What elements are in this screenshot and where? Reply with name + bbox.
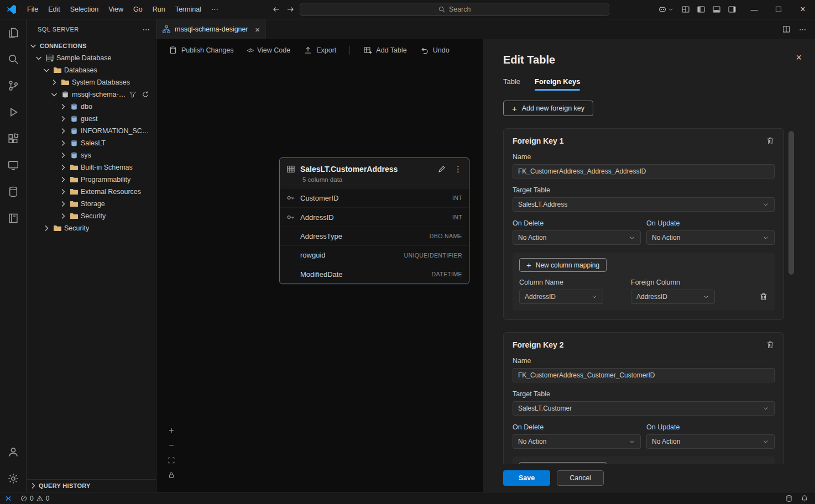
- minimize-button[interactable]: —: [742, 0, 766, 19]
- tree-item-mssql-schema-database[interactable]: mssql-schema-de...: [27, 88, 156, 101]
- tree-item-saleslt[interactable]: SalesLT: [27, 137, 156, 149]
- sidebar-more-icon[interactable]: ⋯: [143, 25, 151, 34]
- new-column-mapping-button[interactable]: + New column mapping: [519, 258, 607, 272]
- column-row[interactable]: ModifiedDate DATETIME: [280, 265, 469, 284]
- foreign-key-name-input[interactable]: [513, 368, 775, 382]
- foreign-key-name-input[interactable]: [513, 164, 775, 179]
- column-row[interactable]: AddressID INT: [280, 207, 469, 226]
- toggle-panel-icon[interactable]: [712, 5, 721, 14]
- remote-indicator[interactable]: [0, 492, 17, 504]
- problems-status[interactable]: 0 0: [17, 495, 53, 502]
- run-debug-icon[interactable]: [0, 99, 27, 125]
- add-foreign-key-button[interactable]: + Add new foreign key: [503, 101, 593, 116]
- column-name-dropdown[interactable]: AddressID: [519, 290, 603, 304]
- table-node-menu-icon[interactable]: ⋮: [454, 164, 462, 174]
- account-icon[interactable]: [0, 439, 27, 465]
- back-arrow-icon[interactable]: [272, 5, 281, 14]
- menu-terminal[interactable]: Terminal: [170, 3, 206, 16]
- tree-item-server-security[interactable]: Security: [27, 222, 156, 234]
- search-input[interactable]: Search: [300, 3, 609, 16]
- tree-item-information-schema[interactable]: INFORMATION_SCHEMA: [27, 125, 156, 137]
- tree-item-programmability[interactable]: Programmability: [27, 174, 156, 186]
- tab-mssql-schema-designer[interactable]: mssql-schema-designer ×: [156, 19, 266, 39]
- remote-explorer-icon[interactable]: [0, 152, 27, 179]
- query-history-section[interactable]: QUERY HISTORY: [27, 479, 156, 492]
- zoom-in-button[interactable]: +: [167, 426, 176, 435]
- tree-item-external-resources[interactable]: External Resources: [27, 186, 156, 198]
- tree-item-system-databases[interactable]: System Databases: [27, 76, 156, 88]
- column-row[interactable]: CustomerID INT: [280, 188, 469, 207]
- source-control-icon[interactable]: [0, 72, 27, 99]
- on-delete-dropdown[interactable]: No Action: [513, 434, 641, 449]
- add-table-button[interactable]: Add Table: [363, 46, 406, 55]
- tree-item-databases[interactable]: Databases: [27, 64, 156, 76]
- edit-table-pencil-icon[interactable]: [437, 165, 446, 174]
- undo-button[interactable]: Undo: [420, 46, 450, 55]
- publish-changes-button[interactable]: Publish Changes: [169, 46, 234, 55]
- forward-arrow-icon[interactable]: [286, 5, 295, 14]
- menu-go[interactable]: Go: [128, 3, 148, 16]
- tree-item-database-security[interactable]: Security: [27, 210, 156, 222]
- split-editor-icon[interactable]: [782, 25, 791, 34]
- layout-controls: [681, 5, 736, 14]
- sql-server-view-icon[interactable]: [0, 179, 27, 205]
- copilot-menu[interactable]: [658, 5, 673, 14]
- cancel-button[interactable]: Cancel: [557, 470, 604, 486]
- tree-item-storage[interactable]: Storage: [27, 198, 156, 210]
- tab-close-icon[interactable]: ×: [255, 25, 260, 34]
- export-button[interactable]: Export: [304, 46, 336, 55]
- code-icon: </>: [247, 48, 253, 54]
- view-code-button[interactable]: </> View Code: [247, 46, 291, 54]
- search-view-icon[interactable]: [0, 46, 27, 72]
- extensions-icon[interactable]: [0, 125, 27, 152]
- editor-more-actions-icon[interactable]: ⋯: [799, 25, 806, 34]
- vscode-logo-icon: [7, 4, 17, 14]
- target-table-dropdown[interactable]: SalesLT.Customer: [513, 401, 775, 416]
- menu-edit[interactable]: Edit: [43, 3, 65, 16]
- explorer-icon[interactable]: [0, 19, 27, 46]
- table-node-customeraddress[interactable]: SalesLT.CustomerAddress ⋮ 5 column data: [279, 158, 469, 284]
- on-update-dropdown[interactable]: No Action: [646, 230, 775, 245]
- delete-foreign-key-icon[interactable]: [766, 340, 775, 349]
- chevron-right-icon: [59, 200, 67, 208]
- close-window-button[interactable]: ×: [791, 0, 815, 19]
- foreign-column-dropdown[interactable]: AddressID: [631, 290, 715, 304]
- customize-layout-icon[interactable]: [681, 5, 690, 14]
- save-button[interactable]: Save: [503, 470, 550, 486]
- lock-canvas-button[interactable]: [167, 471, 176, 480]
- fit-view-button[interactable]: [167, 456, 176, 465]
- toggle-sidebar-icon[interactable]: [697, 5, 706, 14]
- refresh-icon[interactable]: [142, 91, 149, 98]
- menu-selection[interactable]: Selection: [65, 3, 103, 16]
- maximize-button[interactable]: [766, 0, 791, 19]
- menu-file[interactable]: File: [22, 3, 43, 16]
- delete-mapping-icon[interactable]: [759, 292, 768, 301]
- panel-scrollbar[interactable]: [788, 131, 794, 275]
- tree-item-built-in-schemas[interactable]: Built-in Schemas: [27, 161, 156, 174]
- settings-gear-icon[interactable]: [0, 465, 27, 492]
- tree-item-guest[interactable]: guest: [27, 113, 156, 125]
- tab-table[interactable]: Table: [503, 77, 520, 91]
- tree-section-connections[interactable]: CONNECTIONS: [27, 40, 156, 52]
- filter-icon[interactable]: [129, 91, 137, 98]
- menu-run[interactable]: Run: [148, 3, 170, 16]
- notifications-bell-icon[interactable]: [801, 495, 808, 502]
- tree-item-dbo[interactable]: dbo: [27, 101, 156, 113]
- tree-item-sample-database[interactable]: Sample Database: [27, 52, 156, 64]
- on-delete-dropdown[interactable]: No Action: [513, 230, 641, 245]
- tab-foreign-keys[interactable]: Foreign Keys: [535, 77, 580, 91]
- connection-status-icon[interactable]: [785, 495, 793, 502]
- menu-more[interactable]: ⋯: [206, 3, 223, 16]
- zoom-out-button[interactable]: −: [167, 441, 176, 450]
- menu-view[interactable]: View: [103, 3, 128, 16]
- column-row[interactable]: AddressType DBO.NAME: [280, 227, 469, 245]
- on-update-dropdown[interactable]: No Action: [646, 434, 775, 449]
- delete-foreign-key-icon[interactable]: [766, 136, 775, 145]
- diagram-canvas[interactable]: SalesLT.CustomerAddress ⋮ 5 column data: [156, 61, 483, 492]
- tree-item-sys[interactable]: sys: [27, 149, 156, 161]
- toggle-secondary-sidebar-icon[interactable]: [728, 5, 736, 14]
- column-row[interactable]: rowguid UNIQUEIDENTIFIER: [280, 245, 469, 264]
- close-panel-icon[interactable]: ×: [796, 53, 802, 62]
- target-table-dropdown[interactable]: SalesLT.Address: [513, 197, 775, 212]
- notebooks-icon[interactable]: [0, 205, 27, 232]
